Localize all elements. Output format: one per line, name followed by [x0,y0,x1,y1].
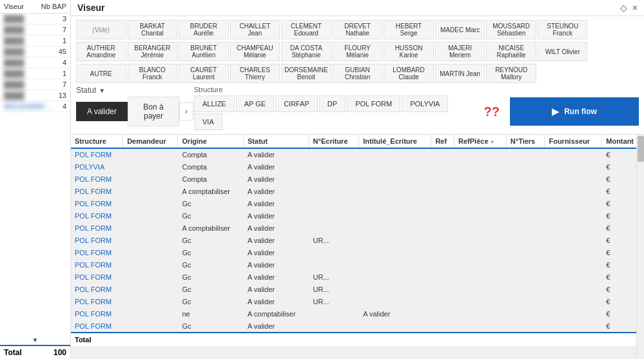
person-cell[interactable]: DA COSTA Stéphanie [281,42,331,61]
person-cell[interactable]: GUBIAN Christian [333,64,383,83]
person-cell[interactable]: WILT Olivier [538,42,588,61]
structure-btn[interactable]: ALLIZE [194,95,235,112]
table-row[interactable]: POL FORMGcA valider€ [71,198,644,210]
table-row[interactable]: POL FORMneA comptabiliserA valider€ [71,308,644,320]
table-cell[interactable]: POL FORM [71,210,123,222]
left-row[interactable]: ████3 [0,14,70,24]
table-row[interactable]: POL FORMGcA valider€ [71,210,644,222]
chevron-down-icon[interactable]: ▼ [99,87,105,94]
person-cell[interactable]: CHAILLET Jean [230,20,280,39]
left-row[interactable]: ████4 [0,57,70,68]
statut-btn-bonpayer[interactable]: Bon à payer [128,97,179,126]
table-row[interactable]: POL FORMGcA validerUR...€ [71,235,644,247]
person-cell[interactable]: CAURET Laurent [179,64,229,83]
person-cell[interactable]: NICAISE Raphaëlle [486,42,536,61]
person-cell[interactable]: LOMBARD Claude [384,64,434,83]
person-cell[interactable]: AUTRE [76,64,126,83]
left-row[interactable]: ████45 [0,46,70,57]
structure-btn[interactable]: VIA [194,113,222,130]
table-cell [309,259,359,271]
left-row[interactable]: ████1 [0,35,70,46]
col-header-structure[interactable]: Structure [71,135,123,148]
left-row[interactable]: ████7 [0,24,70,35]
person-cell[interactable]: BERANGER Jérémie [128,42,178,61]
person-cell[interactable]: BLANCO Franck [128,64,178,83]
person-cell[interactable]: MADEC Marc [435,20,485,39]
vertical-scrollbar[interactable] [636,135,644,359]
table-cell: UR... [309,284,359,296]
statut-btn-avalider[interactable]: A valider [76,102,128,121]
table-cell[interactable]: POL FORM [71,320,123,333]
table-cell[interactable]: POL FORM [71,173,123,186]
diamond-icon[interactable]: ◇ [620,3,627,13]
person-cell[interactable]: MOUSSARD Sébastien [486,20,536,39]
left-row[interactable]: ████1 [0,68,70,79]
table-row[interactable]: POL FORMGcA valider€ [71,247,644,259]
table-cell[interactable]: POL FORM [71,186,123,198]
col-header-statut[interactable]: Statut [244,135,309,148]
table-row[interactable]: POL FORMComptaA valider€ [71,173,644,186]
person-cell[interactable]: CLEMENT Edouard [281,20,331,39]
table-cell[interactable]: POL FORM [71,198,123,210]
table-cell[interactable]: POL FORM [71,222,123,235]
table-row[interactable]: POLYVIAComptaA valider€ [71,161,644,173]
table-row[interactable]: POL FORMA comptabiliserA valider€ [71,186,644,198]
structure-btn[interactable]: DP [319,95,346,112]
person-cell[interactable]: HEBERT Serge [384,20,434,39]
person-cell[interactable]: MARTIN Jean [435,64,485,83]
col-header-ntiers[interactable]: N°Tiers [506,135,545,148]
col-header-origine[interactable]: Origine [178,135,244,148]
table-cell[interactable]: POL FORM [71,296,123,308]
col-header-intitulecriture[interactable]: Intitulé_Ecriture [359,135,431,148]
person-cell[interactable]: MAJERI Meriem [435,42,485,61]
table-row[interactable]: POL FORMGcA validerUR...€ [71,296,644,308]
person-cell[interactable]: DORSEMAINE Benoit [281,64,331,83]
person-cell[interactable]: FLOURY Mélanie [333,42,383,61]
table-cell[interactable]: POL FORM [71,284,123,296]
table-row[interactable]: POL FORMGcA valider€ [71,320,644,333]
col-header-demandeur[interactable]: Demandeur [123,135,178,148]
table-cell[interactable]: POLYVIA [71,161,123,173]
table-cell[interactable]: POL FORM [71,271,123,284]
table-row[interactable]: POL FORMGcA valider€ [71,259,644,271]
table-cell: ne [178,308,244,320]
person-cell[interactable]: BRUDER Aurélie [179,20,229,39]
scroll-down-btn[interactable]: ▼ [0,335,70,345]
table-row[interactable]: POL FORMA comptabiliserA valider€ [71,222,644,235]
table-row[interactable]: POL FORMComptaA valider€ [71,148,644,161]
person-cell[interactable]: HUSSON Karine [384,42,434,61]
person-cell[interactable]: STEUNOU Franck [538,20,588,39]
col-header-fournisseur[interactable]: Fournisseur [545,135,602,148]
col-header-necriture[interactable]: N°Ecriture [309,135,359,148]
table-row[interactable]: POL FORMGcA validerUR...€ [71,271,644,284]
person-cell[interactable]: BARKAT Chantal [128,20,178,39]
left-row[interactable]: MOUSSARD ...4 [0,101,70,112]
table-cell [431,198,454,210]
table-cell[interactable]: POL FORM [71,148,123,161]
col-header-ref[interactable]: Ref [431,135,454,148]
table-cell[interactable]: POL FORM [71,259,123,271]
run-flow-button[interactable]: ▶ Run flow [510,97,639,126]
person-cell[interactable]: DREVET Nathalie [333,20,383,39]
close-icon[interactable]: × [632,3,638,13]
table-cell[interactable]: POL FORM [71,308,123,320]
person-cell[interactable]: AUTHIER Amandine [76,42,126,61]
person-cell[interactable]: (Vide) [76,20,126,39]
scrollbar-thumb[interactable] [638,136,644,162]
left-row[interactable]: ████7 [0,79,70,90]
structure-btn[interactable]: CIRFAP [275,95,318,112]
structure-btn[interactable]: POLYVIA [402,95,448,112]
person-cell[interactable]: REYNOUD Mallory [486,64,536,83]
person-cell[interactable]: CHARLES Thierry [230,64,280,83]
table-cell[interactable]: POL FORM [71,247,123,259]
structure-btn[interactable]: AP GE [236,95,274,112]
table-row[interactable]: POL FORMGcA validerUR...€ [71,284,644,296]
table-scroll[interactable]: StructureDemandeurOrigineStatutN°Ecritur… [71,135,644,359]
person-cell[interactable]: BRUNET Aurélien [179,42,229,61]
col-header-refpice[interactable]: RefPièce ▼ [454,135,507,148]
left-row[interactable]: ████13 [0,90,70,101]
statut-nav-btn[interactable]: › [179,102,193,121]
table-cell[interactable]: POL FORM [71,235,123,247]
person-cell[interactable]: CHAMPEAU Mélanie [230,42,280,61]
structure-btn[interactable]: POL FORM [347,95,400,112]
